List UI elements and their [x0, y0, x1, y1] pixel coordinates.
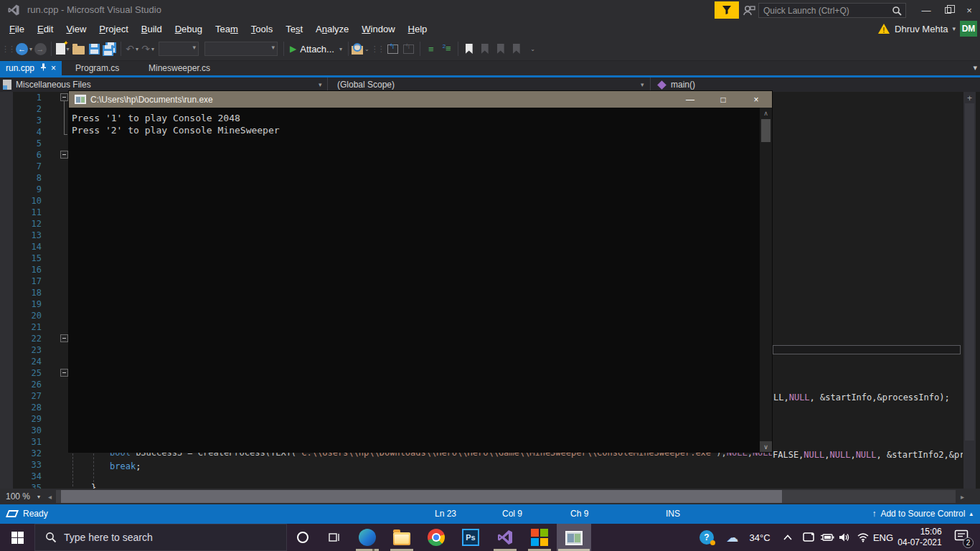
- menu-project[interactable]: Project: [93, 22, 134, 37]
- task-view-button[interactable]: [319, 524, 350, 551]
- show-hidden-icons-button[interactable]: [779, 524, 796, 551]
- previous-bookmark-button[interactable]: [477, 40, 493, 57]
- member-dropdown[interactable]: main(): [651, 77, 980, 92]
- console-scrollbar-thumb[interactable]: [761, 119, 771, 142]
- start-button[interactable]: [0, 524, 34, 551]
- console-maximize-button[interactable]: □: [707, 91, 739, 108]
- horizontal-scrollbar[interactable]: [56, 490, 956, 503]
- tab-minesweeper-cs[interactable]: Minesweeper.cs: [143, 61, 216, 75]
- horizontal-scrollbar-thumb[interactable]: [61, 490, 782, 503]
- weather-icon[interactable]: ☁: [722, 524, 743, 551]
- fold-collapse-icon[interactable]: [60, 93, 68, 101]
- menu-tools[interactable]: Tools: [245, 22, 279, 37]
- console-scrollbar[interactable]: ∧ ∨: [760, 108, 772, 452]
- navigate-forward-button[interactable]: →: [32, 40, 48, 57]
- scope-dropdown-caret-icon[interactable]: ▾: [641, 81, 644, 88]
- console-close-button[interactable]: ×: [740, 91, 772, 108]
- status-line[interactable]: Ln 23: [435, 509, 456, 519]
- new-file-button[interactable]: ▾: [55, 40, 70, 57]
- navigate-back-button[interactable]: ←▾: [16, 40, 32, 57]
- language-indicator[interactable]: ENG: [871, 524, 895, 551]
- toolbar-overflow-button[interactable]: ⌄: [524, 40, 540, 57]
- cortana-button[interactable]: [287, 524, 319, 551]
- fold-collapse-icon[interactable]: [60, 369, 68, 377]
- taskbar-app-console-app[interactable]: [557, 524, 591, 551]
- taskbar-search-input[interactable]: [64, 532, 286, 543]
- vertical-scrollbar-thumb[interactable]: [965, 103, 974, 441]
- tab-run-cpp[interactable]: run.cpp×: [0, 61, 62, 75]
- menu-test[interactable]: Test: [279, 22, 309, 37]
- taskbar-app-photoshop[interactable]: Ps: [453, 524, 488, 551]
- feedback-person-icon[interactable]: [742, 3, 756, 17]
- project-dropdown[interactable]: Miscellaneous Files: [0, 77, 326, 92]
- console-titlebar[interactable]: C:\Users\hp\Documents\run.exe — □ ×: [69, 91, 772, 108]
- indicator-margin[interactable]: [0, 92, 13, 489]
- avatar[interactable]: DM: [960, 21, 977, 37]
- redo-button[interactable]: ↷▾: [140, 40, 156, 57]
- status-insert-mode[interactable]: INS: [666, 509, 680, 519]
- editor-vertical-scrollbar[interactable]: +: [963, 92, 976, 489]
- find-in-files-button[interactable]: ⌄: [352, 40, 369, 57]
- next-bookmark-button[interactable]: [493, 40, 509, 57]
- wifi-icon[interactable]: [854, 524, 872, 551]
- weather-temperature[interactable]: 34°C: [745, 524, 775, 551]
- taskbar-app-edge[interactable]: [350, 524, 385, 551]
- status-column[interactable]: Col 9: [502, 509, 522, 519]
- scroll-right-icon[interactable]: ▸: [957, 490, 968, 503]
- decrease-indent-button[interactable]: ≡: [423, 40, 439, 57]
- fold-collapse-icon[interactable]: [60, 334, 68, 342]
- console-minimize-button[interactable]: —: [674, 91, 706, 108]
- platform-combobox[interactable]: [204, 42, 278, 56]
- menu-debug[interactable]: Debug: [169, 22, 209, 37]
- clone-window-button[interactable]: [401, 40, 417, 57]
- action-center-button[interactable]: 2: [948, 524, 974, 551]
- restore-button[interactable]: [937, 0, 958, 20]
- fold-collapse-icon[interactable]: [60, 151, 68, 159]
- clock[interactable]: 15:06 04-07-2021: [895, 524, 944, 551]
- menu-view[interactable]: View: [60, 22, 93, 37]
- send-feedback-filter-button[interactable]: [715, 1, 739, 19]
- minimize-button[interactable]: —: [915, 0, 937, 20]
- user-name[interactable]: Dhruv Mehta: [895, 24, 948, 34]
- close-button[interactable]: ×: [958, 0, 980, 20]
- console-window[interactable]: C:\Users\hp\Documents\run.exe — □ × Pres…: [69, 91, 772, 452]
- scroll-left-icon[interactable]: ◂: [44, 490, 55, 503]
- console-scroll-up-icon[interactable]: ∧: [760, 108, 772, 118]
- pin-icon[interactable]: [40, 63, 47, 73]
- taskbar-search-box[interactable]: [34, 524, 287, 551]
- toolbar-drag-handle[interactable]: ⋮⋮: [0, 40, 16, 57]
- tab-close-icon[interactable]: ×: [51, 63, 56, 73]
- battery-icon[interactable]: [818, 524, 837, 551]
- toolbar-drag-handle-2[interactable]: ⋮⋮: [369, 40, 385, 57]
- taskbar-app-microsoft-app[interactable]: [522, 524, 557, 551]
- attach-button[interactable]: ▶ Attach... ▾: [287, 40, 345, 57]
- configuration-combobox[interactable]: [159, 42, 199, 56]
- user-dropdown-icon[interactable]: ▾: [952, 25, 956, 32]
- console-scroll-down-icon[interactable]: ∨: [760, 441, 772, 452]
- console-output[interactable]: Press '1' to play Console 2048Press '2' …: [69, 108, 772, 452]
- toggle-bookmark-button[interactable]: [461, 40, 477, 57]
- add-to-source-control-button[interactable]: ↑ Add to Source Control ▴: [872, 509, 973, 519]
- increase-indent-button[interactable]: 2≡: [439, 40, 455, 57]
- tablet-mode-icon[interactable]: [799, 524, 818, 551]
- menu-window[interactable]: Window: [355, 22, 401, 37]
- scrollbar-splitter-icon[interactable]: +: [963, 93, 976, 103]
- quick-launch-box[interactable]: [758, 3, 906, 18]
- volume-icon[interactable]: [835, 524, 854, 551]
- undo-button[interactable]: ↶▾: [124, 40, 140, 57]
- clear-bookmarks-button[interactable]: [509, 40, 524, 57]
- menu-build[interactable]: Build: [135, 22, 169, 37]
- menu-help[interactable]: Help: [402, 22, 434, 37]
- open-file-button[interactable]: [70, 40, 86, 57]
- quick-launch-input[interactable]: [759, 6, 892, 16]
- get-help-tray-button[interactable]: ?: [694, 524, 719, 551]
- taskbar-app-chrome[interactable]: [419, 524, 453, 551]
- menu-file[interactable]: File: [3, 22, 31, 37]
- tab-list-dropdown-icon[interactable]: ▾: [973, 63, 977, 72]
- navigate-backward-scope-button[interactable]: [385, 40, 401, 57]
- taskbar-app-visual-studio[interactable]: [488, 524, 522, 551]
- save-button[interactable]: [86, 40, 102, 57]
- menu-analyze[interactable]: Analyze: [309, 22, 355, 37]
- status-character[interactable]: Ch 9: [570, 509, 588, 519]
- taskbar-app-file-explorer[interactable]: [385, 524, 419, 551]
